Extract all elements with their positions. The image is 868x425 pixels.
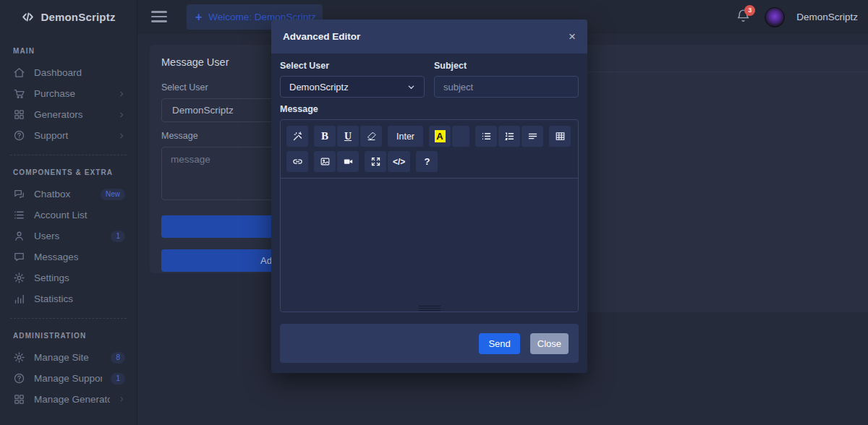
resize-grip-icon [419, 304, 441, 312]
sidebar-item-messages[interactable]: Messages [0, 246, 137, 267]
codeview-button[interactable]: </> [388, 151, 410, 172]
clear-format-button[interactable] [360, 126, 382, 147]
user-avatar[interactable] [765, 7, 785, 27]
sidebar-item-label: Manage Generators [34, 394, 110, 405]
modal-title: Advanced Editor [283, 31, 360, 42]
modal-footer: Send Close [280, 324, 579, 363]
underline-button[interactable]: U [337, 126, 359, 147]
sidebar-item-purchase[interactable]: Purchase [0, 83, 137, 104]
message-icon [13, 251, 25, 263]
table-icon [555, 131, 566, 142]
sidebar-item-support[interactable]: Support [0, 125, 137, 146]
new-badge: New [101, 189, 125, 200]
sidebar-item-statistics[interactable]: Statistics [0, 288, 137, 309]
table-button[interactable] [549, 126, 571, 147]
magic-wand-icon [292, 131, 303, 142]
paragraph-button[interactable] [522, 126, 543, 147]
sidebar-item-manage-site[interactable]: Manage Site 8 [0, 347, 137, 368]
image-icon [320, 156, 331, 167]
gear-icon [13, 351, 25, 364]
cart-icon [13, 87, 25, 100]
sidebar-item-label: Settings [34, 272, 125, 283]
highlight-color-icon: A [435, 130, 446, 142]
sidebar-item-label: Dashboard [34, 67, 125, 78]
fullscreen-icon [370, 156, 381, 167]
sidebar-item-chatbox[interactable]: Chatbox New [0, 184, 137, 205]
image-button[interactable] [314, 151, 336, 172]
sidebar: DemonScriptz MAIN Dashboard Purchase Gen… [0, 0, 137, 425]
chevron-right-icon [118, 132, 125, 139]
color-dropdown-button[interactable] [452, 126, 469, 147]
hamburger-menu-icon[interactable] [151, 11, 167, 22]
magic-style-button[interactable] [286, 126, 308, 147]
sidebar-item-label: Generators [34, 109, 109, 120]
brand-logo[interactable]: DemonScriptz [0, 0, 137, 34]
sidebar-item-label: Support [34, 130, 109, 141]
eraser-icon [366, 131, 377, 142]
sidebar-item-label: Users [34, 231, 102, 241]
chevron-right-icon [118, 90, 125, 98]
notification-count-badge: 3 [744, 5, 755, 16]
chevron-right-icon [119, 396, 125, 403]
question-icon [13, 372, 25, 385]
chat-icon [13, 188, 25, 200]
modal-select-user-dropdown[interactable]: DemonScriptz [280, 76, 425, 98]
close-button[interactable]: Close [530, 333, 569, 354]
sidebar-item-label: Manage Site [34, 352, 102, 363]
editor-content-area[interactable] [281, 179, 578, 304]
unordered-list-button[interactable] [475, 126, 497, 147]
editor-resize-handle[interactable] [281, 304, 578, 312]
count-badge: 1 [111, 231, 125, 242]
link-button[interactable] [286, 151, 308, 172]
sidebar-heading-components: COMPONENTS & EXTRA [0, 168, 137, 176]
sidebar-divider [10, 155, 127, 155]
sidebar-item-label: Messages [34, 252, 125, 262]
richtext-editor: B U Inter A [280, 119, 579, 312]
bold-button[interactable]: B [314, 126, 336, 147]
question-icon [13, 129, 25, 142]
sidebar-heading-administration: ADMINISTRATION [0, 332, 137, 340]
editor-toolbar: B U Inter A [281, 120, 578, 179]
grid-icon [13, 393, 25, 405]
send-button[interactable]: Send [479, 333, 519, 354]
font-family-button[interactable]: Inter [388, 126, 423, 147]
sidebar-divider [10, 318, 127, 319]
home-icon [13, 66, 25, 79]
close-icon[interactable]: × [569, 30, 576, 43]
sidebar-heading-main: MAIN [0, 47, 137, 55]
modal-select-user-label: Select User [280, 61, 425, 71]
brand-name: DemonScriptz [41, 11, 115, 23]
modal-select-user-value: DemonScriptz [289, 82, 349, 93]
video-button[interactable] [337, 151, 359, 172]
font-color-button[interactable]: A [429, 126, 451, 147]
sidebar-item-settings[interactable]: Settings [0, 267, 137, 288]
sidebar-item-manage-generators[interactable]: Manage Generators [0, 389, 137, 410]
modal-header: Advanced Editor × [271, 20, 587, 53]
link-icon [292, 156, 303, 167]
sidebar-item-users[interactable]: Users 1 [0, 226, 137, 246]
advanced-editor-modal: Advanced Editor × Select User DemonScrip… [271, 20, 587, 373]
user-icon [13, 230, 25, 242]
gear-icon [13, 272, 25, 284]
sidebar-item-account-list[interactable]: Account List [0, 205, 137, 226]
help-button[interactable]: ? [416, 151, 438, 172]
modal-subject-label: Subject [434, 61, 579, 71]
align-icon [527, 131, 538, 142]
chevron-right-icon [118, 111, 125, 119]
sidebar-item-label: Purchase [34, 88, 109, 99]
numbered-list-icon [504, 131, 515, 142]
sidebar-item-generators[interactable]: Generators [0, 104, 137, 125]
fullscreen-button[interactable] [365, 151, 386, 172]
chevron-down-icon [407, 83, 415, 91]
subject-input[interactable] [434, 76, 579, 98]
sidebar-item-manage-support[interactable]: Manage Support 1 [0, 368, 137, 389]
notifications-button[interactable]: 3 [736, 8, 753, 27]
sidebar-item-label: Manage Support [34, 373, 102, 384]
count-badge: 1 [111, 373, 125, 385]
sidebar-item-label: Chatbox [34, 189, 92, 199]
list-icon [13, 209, 25, 221]
sidebar-item-dashboard[interactable]: Dashboard [0, 62, 137, 83]
ordered-list-button[interactable] [498, 126, 520, 147]
select-user-value: DemonScriptz [172, 105, 234, 116]
topbar-username[interactable]: DemonScriptz [796, 12, 858, 22]
